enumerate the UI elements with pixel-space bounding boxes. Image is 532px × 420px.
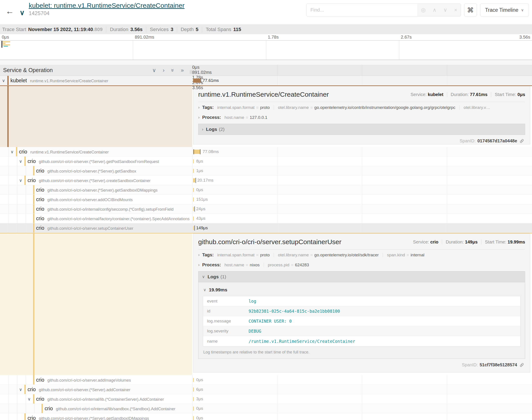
span-row[interactable]: ∨criogithub.com/cri-o/cri-o/server.(*Ser… bbox=[0, 385, 532, 394]
tags-row[interactable]: ›Tags:internal.span.format=protootel.lib… bbox=[198, 250, 525, 259]
span-duration-bar[interactable] bbox=[193, 197, 194, 202]
timeline-tick-label: 0μs bbox=[2, 35, 9, 40]
span-row[interactable]: criogithub.com/cri-o/cri-o/internal/lib/… bbox=[0, 404, 532, 413]
span-duration-bar[interactable] bbox=[193, 78, 200, 83]
service-name: criogithub.com/cri-o/cri-o/server.(*Serv… bbox=[28, 387, 130, 392]
tags-row[interactable]: ›Tags:internal.span.format=protootel.lib… bbox=[198, 102, 525, 112]
span-row[interactable]: criogithub.com/cri-o/cri-o/server.setupC… bbox=[0, 223, 532, 233]
log-field-key: log.message bbox=[203, 319, 249, 324]
span-duration-bar[interactable] bbox=[193, 207, 194, 211]
trace-id: 1425704 bbox=[29, 10, 185, 16]
span-duration-bar[interactable] bbox=[193, 226, 194, 230]
span-duration-bar[interactable] bbox=[193, 169, 194, 173]
expand-chevron-icon[interactable]: ∨ bbox=[19, 159, 22, 164]
keyboard-shortcuts-button[interactable]: ⌘ bbox=[464, 3, 477, 16]
expand-chevron-icon[interactable]: ∨ bbox=[28, 396, 31, 402]
span-duration-bar[interactable] bbox=[193, 397, 194, 401]
equals-sign: = bbox=[256, 105, 259, 110]
process-row[interactable]: ›Process:host.name=127.0.0.1 bbox=[198, 112, 525, 122]
minimap-scrubber-handle[interactable] bbox=[1, 41, 2, 48]
deep-link-icon[interactable] bbox=[519, 139, 524, 143]
collapse-all-icon[interactable]: » bbox=[170, 69, 175, 72]
span-row[interactable]: criogithub.com/cri-o/cri-o/server.(*Serv… bbox=[0, 185, 532, 195]
trace-view-selector[interactable]: Trace Timeline ∨ bbox=[480, 3, 529, 16]
operation-name: github.com/cri-o/cri-o/server.(*Server).… bbox=[47, 188, 157, 193]
find-controls: ◎∧∨× bbox=[418, 4, 461, 16]
expand-chevron-icon[interactable]: ∨ bbox=[19, 387, 22, 392]
indent-guide bbox=[9, 404, 9, 413]
log-field-row: name/runtime.v1.RuntimeService/CreateCon… bbox=[203, 336, 520, 346]
span-row[interactable]: ∨criogithub.com/cri-o/cri-o/server.(*Ser… bbox=[0, 176, 532, 185]
tags-list: internal.span.format=protootel.library.n… bbox=[217, 105, 490, 110]
deep-link-icon[interactable] bbox=[519, 362, 524, 367]
span-duration-bar[interactable] bbox=[193, 416, 194, 420]
trace-title-link[interactable]: kubelet: runtime.v1.RuntimeService/Creat… bbox=[29, 2, 185, 9]
span-row[interactable]: criogithub.com/cri-o/cri-o/server.(*Serv… bbox=[0, 166, 532, 176]
span-row[interactable]: criogithub.com/cri-o/cri-o/server.addIma… bbox=[0, 375, 532, 385]
span-duration-bar[interactable] bbox=[193, 387, 194, 392]
span-detail-title: runtime.v1.RuntimeService/CreateContaine… bbox=[198, 91, 329, 98]
trace-stat: Total Spans115 bbox=[202, 27, 241, 32]
locate-icon[interactable]: ◎ bbox=[421, 7, 426, 13]
prev-result-icon[interactable]: ∧ bbox=[433, 7, 437, 13]
span-duration-bar[interactable] bbox=[193, 178, 195, 182]
trace-minimap[interactable] bbox=[0, 40, 532, 60]
minimap-ticks: 0μs891.02ms1.78s2.67s3.56s bbox=[0, 34, 532, 40]
process-label: Process: bbox=[202, 115, 221, 120]
expand-one-icon[interactable]: › bbox=[163, 68, 164, 73]
span-duration-bar[interactable] bbox=[193, 378, 194, 382]
next-result-icon[interactable]: ∨ bbox=[443, 7, 447, 13]
logs-toggle[interactable]: ›Logs(2) bbox=[198, 124, 525, 135]
span-duration-bar[interactable] bbox=[193, 188, 194, 192]
tag-value: 624283 bbox=[295, 263, 309, 267]
collapse-one-icon[interactable]: ∨ bbox=[152, 68, 156, 73]
collapse-trace-chevron-icon[interactable]: ∨ bbox=[19, 8, 25, 17]
indent-guide bbox=[17, 195, 17, 204]
column-resize-grip[interactable] bbox=[190, 70, 192, 74]
span-duration-bar[interactable] bbox=[193, 159, 194, 164]
span-row[interactable]: ∨criogithub.com/cri-o/cri-o/internal/lib… bbox=[0, 394, 532, 404]
expand-chevron-icon[interactable]: ∨ bbox=[2, 78, 5, 83]
span-timeline-cell: 20.17ms bbox=[192, 176, 532, 185]
span-duration-bar[interactable] bbox=[193, 150, 200, 154]
clear-search-icon[interactable]: × bbox=[454, 7, 457, 13]
tag-value: internal bbox=[411, 253, 424, 257]
tag-key: host.name bbox=[225, 263, 244, 267]
process-row[interactable]: ›Process:host.name=nixosprocess.pid=6242… bbox=[198, 259, 525, 270]
span-duration-label: 0μs bbox=[196, 377, 203, 382]
log-marker-tick bbox=[196, 178, 196, 183]
back-button[interactable]: ← bbox=[0, 0, 19, 22]
chevron-right-icon: › bbox=[198, 263, 200, 267]
stat-value: November 15 2022, 11:19:40.809 bbox=[28, 27, 103, 32]
expand-chevron-icon[interactable]: ∨ bbox=[11, 149, 14, 154]
span-row[interactable]: criogithub.com/cri-o/cri-o/server.(*Serv… bbox=[0, 413, 532, 420]
span-row[interactable]: criogithub.com/cri-o/cri-o/server.addOCI… bbox=[0, 195, 532, 204]
span-row[interactable]: ∨kubeletruntime.v1.RuntimeService/Create… bbox=[0, 76, 532, 85]
detail-meta-item: Duration: 149μs bbox=[442, 240, 477, 245]
span-row[interactable]: ∨crioruntime.v1.RuntimeService/CreateCon… bbox=[0, 147, 532, 157]
span-name-cell: criogithub.com/cri-o/cri-o/server.(*Serv… bbox=[0, 185, 192, 195]
span-duration-label: 77.61ms bbox=[203, 78, 219, 83]
span-duration-bar[interactable] bbox=[193, 216, 194, 221]
span-timeline-cell: 77.08ms bbox=[192, 147, 532, 156]
stat-value: 3 bbox=[171, 27, 173, 32]
indent-guide bbox=[9, 166, 9, 175]
operation-name: github.com/cri-o/cri-o/internal/lib/sand… bbox=[56, 407, 175, 411]
logs-toggle[interactable]: ∨Logs(1) bbox=[198, 271, 525, 282]
tag-key: otel.library.v… bbox=[464, 105, 490, 110]
span-row[interactable]: criogithub.com/cri-o/cri-o/internal/conf… bbox=[0, 204, 532, 214]
span-detail-panel: runtime.v1.RuntimeService/CreateContaine… bbox=[193, 86, 530, 144]
indent-guide bbox=[9, 185, 9, 195]
indent-guide bbox=[26, 394, 26, 404]
find-input[interactable] bbox=[307, 4, 418, 16]
span-row[interactable]: ∨criogithub.com/cri-o/cri-o/server.(*Ser… bbox=[0, 157, 532, 166]
log-field-key: name bbox=[203, 339, 249, 344]
span-row[interactable]: criogithub.com/cri-o/cri-o/internal/fact… bbox=[0, 214, 532, 223]
expand-all-icon[interactable]: » bbox=[181, 68, 184, 73]
tag-value: go.opentelemetry.io/otel/sdk/tracer bbox=[314, 253, 379, 257]
log-field-key: log.severity bbox=[203, 329, 249, 333]
log-entry-toggle[interactable]: ∨19.99ms bbox=[203, 287, 520, 292]
span-duration-bar[interactable] bbox=[193, 406, 194, 411]
tag-item: host.name=nixos bbox=[225, 263, 260, 268]
expand-chevron-icon[interactable]: ∨ bbox=[19, 178, 22, 183]
